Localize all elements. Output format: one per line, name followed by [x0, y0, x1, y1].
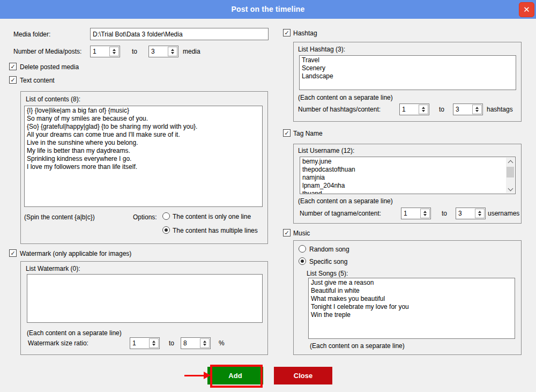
spin-content-hint: (Spin the content {a|b|c}): [24, 213, 95, 221]
hashtag-count-max-spinner[interactable]: 3: [453, 103, 483, 115]
scrollbar[interactable]: [506, 158, 515, 193]
hashtag-list-label: List Hashtag (3):: [298, 46, 345, 53]
spinner-buttons[interactable]: [420, 209, 430, 218]
media-count-min-spinner[interactable]: 1: [90, 46, 120, 57]
tagname-count-max-spinner[interactable]: 3: [456, 208, 486, 219]
radio-random-song-label[interactable]: Random song: [309, 246, 349, 253]
tagname-unit-label: usernames: [488, 210, 519, 217]
contents-list-label: List of contents (8):: [26, 95, 80, 103]
hashtag-count-label: Number of hashtags/content:: [298, 106, 381, 113]
radio-content-multiple-lines[interactable]: [162, 226, 170, 234]
spinner-buttons[interactable]: [109, 47, 119, 56]
checkbox-watermark[interactable]: ✓: [9, 249, 17, 257]
radio-specific-song[interactable]: [299, 257, 306, 265]
spinner-down-icon[interactable]: [478, 214, 481, 216]
add-button[interactable]: Add: [207, 367, 263, 384]
checkbox-delete-posted-media-label[interactable]: Delete posted media: [20, 63, 79, 71]
spinner-up-icon[interactable]: [478, 211, 481, 213]
spinner-down-icon[interactable]: [113, 52, 116, 54]
close-window-button[interactable]: ✕: [519, 2, 534, 17]
options-label: Options:: [133, 213, 157, 221]
spinner-down-icon[interactable]: [422, 110, 425, 112]
songs-list-label: List Songs (5):: [307, 270, 348, 277]
scrollbar-down-button[interactable]: [506, 185, 515, 193]
close-button[interactable]: Close: [274, 367, 332, 384]
contents-listbox[interactable]: {I} {love|like|am a big fan of} {music} …: [24, 106, 263, 207]
window-title: Post on the timeline: [0, 5, 536, 13]
spinner-buttons[interactable]: [149, 338, 159, 348]
media-folder-input[interactable]: [90, 28, 269, 40]
watermark-ratio-min-spinner[interactable]: 1: [130, 337, 160, 349]
radio-random-song[interactable]: [299, 245, 306, 253]
spinner-down-icon[interactable]: [171, 52, 174, 54]
hashtag-count-min-spinner[interactable]: 1: [399, 103, 429, 115]
media-count-label: Number of Media/posts:: [13, 48, 81, 55]
spinner-up-icon[interactable]: [422, 107, 425, 109]
to-label: to: [442, 210, 447, 217]
to-label: to: [439, 106, 444, 113]
media-count-max-spinner[interactable]: 3: [148, 46, 178, 57]
tagname-count-label: Number of tagname/content:: [300, 210, 381, 217]
annotation-arrow-shaft: [184, 375, 207, 376]
spinner-up-icon[interactable]: [171, 49, 174, 51]
spinner-value: 1: [400, 104, 418, 115]
tagname-count-min-spinner[interactable]: 1: [401, 208, 431, 219]
spinner-buttons[interactable]: [472, 105, 482, 114]
radio-content-one-line[interactable]: [162, 212, 170, 220]
to-label: to: [169, 339, 174, 347]
hashtag-listbox-text: Travel Scenery Landscape: [300, 56, 516, 81]
watermark-ratio-label: Watermark size ratio:: [28, 339, 88, 347]
spinner-down-icon[interactable]: [475, 110, 479, 112]
spinner-up-icon[interactable]: [203, 341, 206, 343]
hashtag-unit-label: hashtags: [487, 106, 513, 113]
spinner-value: 8: [181, 338, 199, 349]
tagname-hint: (Each content on a separate line): [298, 197, 393, 205]
spinner-up-icon[interactable]: [423, 211, 427, 213]
media-folder-label: Media folder:: [13, 31, 50, 38]
checkbox-watermark-label[interactable]: Watermark (only applicable for images): [20, 250, 131, 257]
spinner-up-icon[interactable]: [475, 107, 479, 109]
username-listbox[interactable]: bemy.june thepodcastofthuan namjnia lpna…: [300, 157, 516, 194]
checkbox-music[interactable]: ✓: [283, 229, 291, 236]
spinner-up-icon[interactable]: [113, 49, 116, 51]
music-hint: (Each content on a separate line): [310, 342, 405, 350]
checkbox-hashtag-label[interactable]: Hashtag: [293, 29, 317, 37]
spinner-down-icon[interactable]: [203, 344, 206, 346]
spinner-buttons[interactable]: [200, 338, 210, 348]
spinner-value: 1: [130, 338, 148, 349]
spinner-buttons[interactable]: [419, 105, 428, 114]
checkbox-hashtag[interactable]: ✓: [283, 29, 291, 36]
songs-listbox[interactable]: Just give me a reason Beautiful in white…: [308, 278, 515, 339]
close-icon: ✕: [523, 5, 530, 14]
spinner-buttons[interactable]: [475, 209, 485, 218]
watermark-listbox-text: [27, 275, 262, 276]
hashtag-listbox[interactable]: Travel Scenery Landscape: [299, 55, 516, 90]
checkbox-delete-posted-media[interactable]: ✓: [9, 63, 17, 70]
spinner-buttons[interactable]: [168, 47, 177, 56]
scrollbar-thumb[interactable]: [507, 167, 514, 177]
watermark-listbox[interactable]: [27, 274, 263, 323]
checkbox-tag-name[interactable]: ✓: [283, 129, 291, 137]
spinner-value: 3: [149, 46, 167, 57]
checkbox-text-content[interactable]: ✓: [9, 76, 17, 84]
spinner-down-icon[interactable]: [152, 344, 155, 346]
radio-content-one-line-label[interactable]: The content is only one line: [173, 213, 251, 220]
to-label: to: [132, 48, 137, 55]
contents-listbox-text: {I} {love|like|am a big fan of} {music} …: [25, 106, 262, 172]
checkbox-text-content-label[interactable]: Text content: [20, 77, 55, 84]
radio-specific-song-label[interactable]: Specific song: [309, 258, 347, 265]
spinner-down-icon[interactable]: [423, 214, 427, 216]
radio-content-multiple-lines-label[interactable]: The content has multiple lines: [173, 227, 258, 234]
username-listbox-text: bemy.june thepodcastofthuan namjnia lpna…: [300, 157, 506, 194]
chevron-up-icon: [508, 160, 513, 165]
media-unit-label: media: [183, 48, 200, 55]
checkbox-tag-name-label[interactable]: Tag Name: [293, 130, 323, 137]
scrollbar-up-button[interactable]: [506, 158, 515, 166]
checkbox-music-label[interactable]: Music: [293, 230, 310, 237]
watermark-hint: (Each content on a separate line): [27, 329, 122, 337]
spinner-up-icon[interactable]: [152, 341, 155, 343]
songs-listbox-text: Just give me a reason Beautiful in white…: [309, 278, 515, 320]
watermark-list-label: List Watermark (0):: [26, 265, 80, 272]
watermark-ratio-max-spinner[interactable]: 8: [181, 337, 211, 349]
spinner-value: 3: [453, 104, 472, 115]
